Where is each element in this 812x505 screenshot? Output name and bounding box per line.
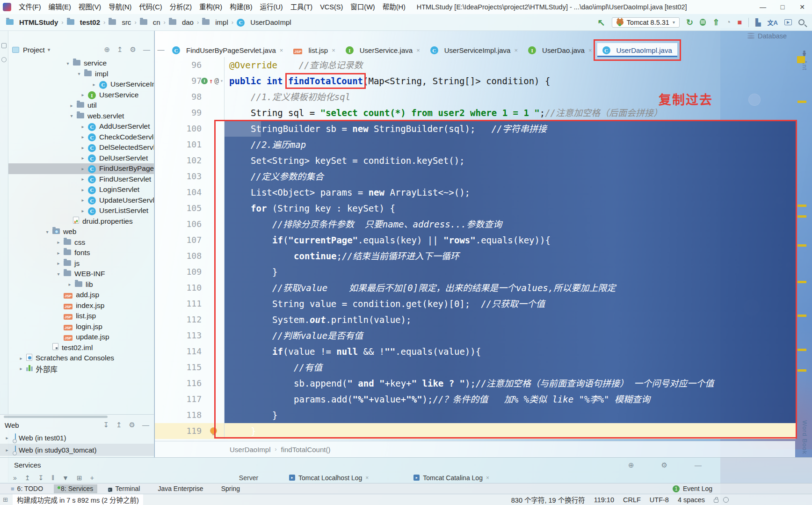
tree-chevron-icon[interactable]: ▸	[80, 198, 86, 203]
tree-item-updateuserservlet[interactable]: ▸CUpdateUserServlet	[8, 195, 154, 206]
locate-icon[interactable]: ⊕	[104, 45, 110, 54]
tree-item-finduserservlet[interactable]: ▸CFindUserServlet	[8, 174, 154, 185]
tree-item-impl[interactable]: ▾impl	[8, 69, 154, 80]
gear-icon[interactable]: ⚙	[130, 45, 136, 54]
error-stripe-mark[interactable]	[798, 315, 806, 317]
code-line-115[interactable]: //有值	[225, 359, 796, 375]
tree-chevron-icon[interactable]: ▸	[55, 250, 62, 256]
tree-item-service[interactable]: ▾service	[8, 58, 154, 69]
code-line-118[interactable]: }	[225, 407, 796, 423]
debug-button[interactable]	[700, 19, 706, 26]
collapse-icon[interactable]: ↧	[38, 474, 44, 482]
override-gutter-icons[interactable]: I↑@▾	[201, 73, 223, 89]
error-stripe-mark[interactable]	[798, 349, 806, 351]
menu-item[interactable]: 导航(N)	[105, 0, 135, 14]
tree-item-update-jsp[interactable]: JSPupdate.jsp	[8, 332, 154, 343]
tree-item-test02-iml[interactable]: test02.iml	[8, 343, 154, 353]
services-tab[interactable]: ▸Tomcat Localhost Log×	[289, 474, 369, 482]
gear-icon[interactable]: ⚙	[661, 461, 667, 469]
code-area[interactable]: @Override //查询总记录数public int findTotalCo…	[224, 57, 796, 439]
tree-item-login-jsp[interactable]: JSPlogin.jsp	[8, 322, 154, 332]
hide-panel-icon[interactable]: —	[142, 421, 149, 429]
minimize-button[interactable]: —	[753, 0, 773, 14]
stripe-icon[interactable]	[1, 57, 7, 62]
breadcrumb-item-userdaoimpl[interactable]: CUserDaoImpl	[235, 17, 293, 28]
tree-item-web[interactable]: ▾web	[8, 227, 154, 237]
tree-chevron-icon[interactable]: ▸	[80, 134, 86, 139]
stop-button[interactable]: ■	[737, 18, 742, 27]
editor-tab-list-jsp[interactable]: JSPlist.jsp×	[288, 43, 340, 57]
hide-tabs-icon[interactable]: —	[155, 43, 167, 57]
stripe-icon[interactable]	[1, 43, 7, 48]
pause-icon[interactable]: ‖	[51, 474, 54, 482]
menu-item[interactable]: 文件(F)	[15, 0, 45, 14]
menu-item[interactable]: 工具(T)	[287, 0, 317, 14]
tree-item-checkcodeservlet[interactable]: ▸CCheckCodeServlet	[8, 132, 154, 143]
breadcrumb-method[interactable]: findTotalCount()	[281, 446, 331, 454]
code-line-112[interactable]: System.out.println(value);	[225, 312, 796, 328]
code-line-104[interactable]: List<Object> params = new ArrayList<~>()…	[225, 184, 796, 200]
code-line-103[interactable]: //定义参数的集合	[225, 168, 796, 184]
tree-item-web-servlet[interactable]: ▾web.servlet	[8, 111, 154, 122]
tree-chevron-icon[interactable]: ▸	[66, 282, 73, 287]
code-line-101[interactable]: //2.遍历map	[225, 137, 796, 153]
tool-window-button-java-ee[interactable]: Java Enterprise	[151, 484, 207, 493]
code-line-108[interactable]: continue;//结束当前循环进入下一循环	[225, 248, 796, 264]
status-grid-icon[interactable]: ⊞	[3, 496, 8, 503]
chevrons-icon[interactable]: »	[13, 474, 17, 482]
tree-chevron-icon[interactable]: ▸	[80, 208, 86, 213]
tree-item-fonts[interactable]: ▸fonts	[8, 248, 154, 258]
code-line-105[interactable]: for (String key : keySet) {	[225, 200, 796, 216]
tree-chevron-icon[interactable]: ▸	[55, 261, 62, 266]
tool-window-button-todo[interactable]: ≡6: TODO	[7, 484, 47, 493]
error-stripe-mark[interactable]	[798, 215, 806, 218]
collapse-all-icon[interactable]: ↥	[117, 45, 123, 54]
close-tab-icon[interactable]: ×	[365, 475, 369, 481]
tree-chevron-icon[interactable]: ▾	[55, 271, 62, 277]
editor-tab-userservice-java[interactable]: IUserService.java×	[341, 43, 425, 57]
breadcrumb-item-test02[interactable]: test02	[65, 17, 102, 27]
error-stripe-mark[interactable]	[797, 56, 805, 63]
code-line-119[interactable]: }	[225, 423, 796, 439]
tree-chevron-icon[interactable]: ▸	[18, 356, 24, 361]
code-line-100[interactable]: StringBuilder sb = new StringBuilder(sql…	[225, 121, 796, 137]
breadcrumb-item-src[interactable]: src	[107, 17, 132, 27]
caret-position[interactable]: 119:10	[594, 496, 614, 504]
add-service-icon[interactable]: ⊞	[77, 474, 82, 482]
menu-item[interactable]: 编辑(E)	[45, 0, 75, 14]
breadcrumb-item-impl[interactable]: impl	[201, 17, 230, 27]
error-stripe-mark[interactable]	[798, 101, 806, 103]
tool-windows-icon[interactable]: ▙	[755, 18, 761, 27]
tree-chevron-icon[interactable]: ▸	[4, 435, 10, 440]
error-stripe-mark[interactable]	[798, 205, 806, 207]
breadcrumb-item-cn[interactable]: cn	[138, 17, 162, 27]
intention-bulb-icon[interactable]	[210, 428, 217, 434]
close-button[interactable]: ✕	[792, 0, 812, 14]
filter-icon[interactable]: ▼	[62, 474, 69, 482]
plus-icon[interactable]: +	[90, 474, 94, 482]
web-panel-title[interactable]: Web	[5, 421, 19, 429]
tree-item-userserviceimpl[interactable]: ▸CUserServiceImpl	[8, 79, 154, 90]
tree-item-finduserbypageservlet[interactable]: ▸CFindUserByPageServlet	[8, 163, 154, 174]
tree-chevron-icon[interactable]: ▸	[80, 92, 86, 97]
tree-item-userservice[interactable]: ▸IUserService	[8, 90, 154, 101]
code-line-111[interactable]: String value = condition.get(key)[0]; //…	[225, 296, 796, 312]
line-separator[interactable]: CRLF	[623, 496, 641, 504]
tree-item-lib[interactable]: ▸lib	[8, 279, 154, 290]
profiler-button[interactable]: ◔	[726, 18, 731, 27]
error-stripe-mark[interactable]	[798, 281, 806, 283]
hide-panel-icon[interactable]: —	[143, 45, 150, 54]
editor-tab-userdaoimpl-java[interactable]: CUserDaoImpl.java	[597, 43, 677, 57]
tool-window-button-spring[interactable]: Spring	[214, 484, 244, 493]
tree-chevron-icon[interactable]: ▸	[18, 366, 24, 371]
tree-item-loginservlet[interactable]: ▸CLoginServlet	[8, 184, 154, 195]
menu-item[interactable]: 视图(V)	[75, 0, 105, 14]
code-line-109[interactable]: }	[225, 264, 796, 280]
menu-item[interactable]: 分析(Z)	[166, 0, 196, 14]
tree-item-delselectedservlet[interactable]: ▸CDelSelectedServlet	[8, 142, 154, 153]
code-line-107[interactable]: if("currentPage".equals(key) || "rows".e…	[225, 232, 796, 248]
close-tab-icon[interactable]: ×	[588, 47, 592, 54]
tree-item-scratches-and-consoles[interactable]: ▸Scratches and Consoles	[8, 353, 154, 364]
breadcrumb-class[interactable]: UserDaoImpl	[230, 446, 271, 454]
gear-icon[interactable]: ⚙	[129, 421, 135, 429]
